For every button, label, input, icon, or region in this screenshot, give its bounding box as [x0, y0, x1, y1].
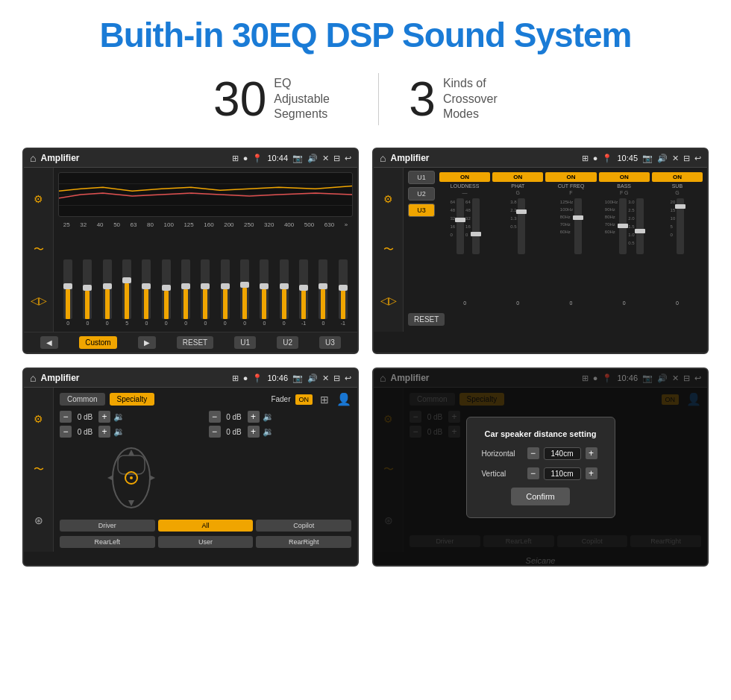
eq-slider-8: 0	[201, 259, 210, 326]
rearright-btn[interactable]: RearRight	[256, 536, 351, 548]
vertical-plus[interactable]: +	[586, 467, 597, 479]
screen2-icon2: ●	[593, 154, 598, 163]
home-icon[interactable]: ⌂	[30, 152, 36, 164]
spec-main: Common Specialty Fader ON ⊞ 👤 − 0 dB +	[54, 388, 357, 552]
plus-btn-3[interactable]: +	[248, 411, 260, 423]
back-icon-2[interactable]: ↩	[694, 154, 701, 163]
screen2-time: 10:45	[617, 154, 638, 163]
minimize-icon[interactable]: ⊟	[333, 154, 340, 163]
user-btn[interactable]: User	[158, 536, 254, 548]
u2-btn[interactable]: U2	[277, 336, 298, 349]
cross-presets: U1 U2 U3	[408, 171, 435, 306]
svg-marker-9	[107, 475, 113, 481]
eq-volume-icon[interactable]: ◁▷	[31, 294, 47, 306]
svg-marker-8	[128, 500, 134, 506]
fader-on: ON	[295, 394, 313, 405]
screen1-icon2: ●	[243, 154, 248, 163]
confirm-button[interactable]: Confirm	[511, 488, 570, 505]
play-btn[interactable]: ▶	[138, 336, 156, 349]
eq-graph	[58, 172, 353, 217]
prev-btn[interactable]: ◀	[40, 336, 58, 349]
screen1-title: Amplifier	[40, 153, 227, 163]
cross-channels-container: ON LOUDNESS — 644832160	[439, 171, 703, 306]
rearleft-btn[interactable]: RearLeft	[60, 536, 155, 548]
horizontal-row: Horizontal − 140cm +	[482, 447, 600, 460]
volume-icon-2: 🔊	[657, 154, 668, 163]
close-icon[interactable]: ✕	[322, 154, 329, 163]
custom-btn[interactable]: Custom	[79, 336, 116, 349]
eq-slider-11: 0	[260, 259, 269, 326]
db-row-2: − 0 dB + 🔉	[60, 426, 203, 438]
volume-icon: 🔊	[307, 154, 318, 163]
back-icon-3[interactable]: ↩	[345, 373, 351, 383]
camera-icon-3: 📷	[292, 373, 303, 383]
speaker-icon-3: 🔉	[263, 412, 274, 422]
minus-btn-1[interactable]: −	[60, 411, 72, 423]
spec-wave-icon[interactable]: 〜	[34, 463, 44, 476]
spec-left: − 0 dB + 🔉 − 0 dB + 🔉	[60, 411, 203, 515]
home-icon-3[interactable]: ⌂	[30, 372, 36, 384]
u1-btn[interactable]: U1	[234, 336, 256, 349]
vertical-minus[interactable]: −	[527, 467, 539, 479]
close-icon-2[interactable]: ✕	[672, 154, 679, 163]
eq-sidebar: ⚙ 〜 ◁▷	[24, 168, 54, 332]
person-icon[interactable]: 👤	[336, 392, 351, 406]
screen-specialty: ⌂ Amplifier ⊞ ● 📍 10:46 📷 🔊 ✕ ⊟ ↩ ⚙ 〜 ⊛	[22, 368, 359, 567]
stats-row: 30 EQ AdjustableSegments 3 Kinds ofCross…	[22, 73, 709, 125]
cross-main: U1 U2 U3 ON LOUDNESS —	[404, 168, 707, 332]
cross-reset-btn[interactable]: RESET	[408, 313, 445, 326]
minus-btn-4[interactable]: −	[209, 426, 221, 438]
eq-settings-icon[interactable]: ⚙	[34, 193, 43, 205]
driver-btn[interactable]: Driver	[60, 520, 155, 532]
minus-btn-2[interactable]: −	[60, 426, 72, 438]
eq-slider-9: 0	[221, 259, 230, 326]
db-row-4: − 0 dB + 🔉	[209, 426, 352, 438]
u2-preset[interactable]: U2	[408, 187, 435, 201]
u3-btn[interactable]: U3	[319, 336, 341, 349]
stat-eq: 30 EQ AdjustableSegments	[213, 75, 348, 123]
specialty-tab[interactable]: Specialty	[110, 393, 155, 406]
stat-divider	[378, 73, 379, 125]
db-row-3: − 0 dB + 🔉	[209, 411, 352, 423]
db-row-1: − 0 dB + 🔉	[60, 411, 203, 423]
common-tab[interactable]: Common	[60, 393, 105, 406]
cross-wave-icon[interactable]: 〜	[383, 243, 394, 256]
minus-btn-3[interactable]: −	[209, 411, 221, 423]
plus-btn-2[interactable]: +	[98, 426, 110, 438]
eq-wave-icon[interactable]: 〜	[34, 243, 44, 256]
camera-icon: 📷	[292, 154, 303, 163]
spec-sidebar: ⚙ 〜 ⊛	[24, 388, 54, 552]
all-btn[interactable]: All	[158, 520, 254, 532]
horizontal-plus[interactable]: +	[586, 447, 597, 459]
spec-settings-icon[interactable]: ⚙	[34, 413, 43, 425]
eq-slider-14: 0	[319, 259, 327, 326]
spec-content: ⚙ 〜 ⊛ Common Specialty Fader ON ⊞ 👤	[24, 388, 357, 552]
eq-slider-6: 0	[162, 259, 171, 326]
cross-vol-icon[interactable]: ◁▷	[380, 294, 397, 306]
plus-btn-4[interactable]: +	[248, 426, 260, 438]
reset-btn[interactable]: RESET	[177, 336, 213, 349]
minimize-icon-2[interactable]: ⊟	[683, 154, 690, 163]
u1-preset[interactable]: U1	[408, 171, 435, 184]
speaker-icon-1: 🔉	[113, 412, 125, 422]
vertical-value: 110cm	[544, 467, 581, 480]
channel-sub: ON SUB G 20151050	[652, 172, 703, 306]
minimize-icon-3[interactable]: ⊟	[333, 373, 340, 383]
vertical-row: Vertical − 110cm +	[482, 467, 600, 480]
horizontal-minus[interactable]: −	[527, 447, 539, 459]
screen-distance: ⌂ Amplifier ⊞ ● 📍 10:46 📷 🔊 ✕ ⊟ ↩ ⚙ 〜 ⊛	[372, 368, 709, 567]
home-icon-2[interactable]: ⌂	[380, 152, 386, 164]
cross-settings-icon[interactable]: ⚙	[383, 193, 393, 205]
crossover-content: ⚙ 〜 ◁▷ U1 U2 U3	[374, 168, 707, 332]
screens-grid: ⌂ Amplifier ⊞ ● 📍 10:44 📷 🔊 ✕ ⊟ ↩ ⚙ 〜 ◁▷	[22, 148, 709, 567]
copilot-btn[interactable]: Copilot	[256, 520, 351, 532]
camera-icon-2: 📷	[642, 154, 653, 163]
spec-bt-icon[interactable]: ⊛	[34, 514, 43, 526]
screen-crossover: ⌂ Amplifier ⊞ ● 📍 10:45 📷 🔊 ✕ ⊟ ↩ ⚙ 〜 ◁▷	[372, 148, 709, 354]
u3-preset[interactable]: U3	[408, 204, 435, 217]
eq-slider-10: 0	[240, 259, 249, 326]
back-icon[interactable]: ↩	[345, 154, 351, 163]
close-icon-3[interactable]: ✕	[322, 373, 329, 383]
stat-label-eq: EQ AdjustableSegments	[274, 76, 348, 122]
plus-btn-1[interactable]: +	[98, 411, 110, 423]
